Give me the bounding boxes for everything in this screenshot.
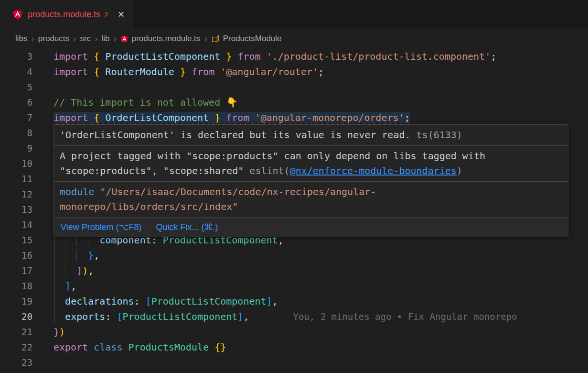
line-number: 13: [0, 204, 32, 215]
line-number: 5: [0, 82, 32, 92]
chevron-right-icon: ›: [113, 33, 116, 44]
eslint-source-open: eslint(: [249, 165, 289, 176]
module-keyword: module: [60, 186, 100, 197]
line-number: 22: [0, 342, 32, 352]
line-number: 23: [0, 357, 32, 368]
line-number: 10: [0, 158, 32, 169]
code-text: }): [53, 326, 65, 338]
code-line-16[interactable]: 16 },: [0, 248, 588, 263]
code-text: export class ProductsModule {}: [53, 341, 226, 353]
line-number: 12: [0, 189, 32, 199]
eslint-message-line2: "scope:products", "scope:shared": [60, 165, 249, 176]
class-symbol-icon: [211, 34, 220, 43]
code-text: },: [53, 250, 99, 261]
eslint-rule-link[interactable]: @nx/enforce-module-boundaries: [290, 165, 457, 176]
breadcrumb-symbol-label: ProductsModule: [223, 34, 282, 44]
code-line-5[interactable]: 5: [0, 79, 588, 95]
code-text: declarations: [ProductListComponent],: [53, 296, 278, 307]
code-line-20[interactable]: 20 exports: [ProductListComponent],You, …: [0, 309, 588, 324]
chevron-right-icon: ›: [204, 33, 207, 44]
line-number: 21: [0, 327, 32, 337]
hover-actions: View Problem (⌥F8) Quick Fix... (⌘.): [54, 218, 568, 237]
breadcrumb-item-symbol[interactable]: ProductsModule: [211, 34, 282, 44]
line-number: 3: [0, 51, 32, 62]
module-path-line2: monorepo/libs/orders/src/index": [60, 201, 238, 212]
tab-products-module-ts[interactable]: products.module.ts 2 ×: [0, 0, 133, 29]
line-number: 17: [0, 265, 32, 276]
line-number: 6: [0, 97, 32, 108]
line-number: 4: [0, 66, 32, 77]
eslint-source-close: ): [457, 165, 462, 176]
line-number: 11: [0, 174, 32, 184]
ts-diagnostic-message: 'OrderListComponent' is declared but its…: [60, 129, 411, 141]
line-number: 20: [0, 311, 32, 322]
tab-title: products.module.ts: [28, 10, 100, 20]
module-resolution: module "/Users/isaac/Documents/code/nx-r…: [54, 182, 568, 218]
code-line-17[interactable]: 17 ]),: [0, 263, 588, 278]
line-number: 8: [0, 128, 32, 138]
hover-popup: 'OrderListComponent' is declared but its…: [53, 124, 568, 237]
view-problem-link[interactable]: View Problem (⌥F8): [61, 221, 141, 233]
code-line-21[interactable]: 21}): [0, 324, 588, 340]
code-text: import { ProductListComponent } from './…: [53, 51, 496, 62]
ts-diagnostic: 'OrderListComponent' is declared but its…: [54, 125, 568, 146]
chevron-right-icon: ›: [95, 33, 97, 44]
angular-icon: [12, 9, 23, 20]
code-text: ]),: [53, 265, 94, 276]
line-number: 14: [0, 219, 32, 230]
breadcrumb-item-file[interactable]: products.module.ts: [120, 34, 201, 44]
code-text: import { RouterModule } from '@angular/r…: [53, 66, 324, 77]
tab-problems-badge: 2: [104, 11, 108, 19]
breadcrumb-item-lib[interactable]: lib: [101, 34, 109, 44]
code-text-error: import { OrderListComponent } from '@ang…: [53, 112, 410, 123]
eslint-message-line1: A project tagged with "scope:products" c…: [60, 150, 485, 162]
line-number: 9: [0, 143, 32, 154]
code-text: // This import is not allowed 👇: [53, 97, 238, 108]
code-editor[interactable]: 3import { ProductListComponent } from '.…: [0, 49, 588, 373]
angular-icon: [120, 35, 128, 43]
code-line-6[interactable]: 6// This import is not allowed 👇: [0, 95, 588, 110]
code-text: ],: [53, 280, 76, 292]
breadcrumb-item-libs[interactable]: libs: [15, 34, 28, 44]
breadcrumb-item-src[interactable]: src: [80, 34, 91, 44]
chevron-right-icon: ›: [32, 33, 34, 44]
close-icon[interactable]: ×: [118, 9, 124, 20]
git-blame-annotation: You, 2 minutes ago • Fix Angular monorep…: [293, 311, 517, 322]
code-line-22[interactable]: 22export class ProductsModule {}: [0, 340, 588, 355]
line-number: 19: [0, 296, 32, 307]
quick-fix-link[interactable]: Quick Fix... (⌘.): [156, 221, 218, 233]
breadcrumb-file-label: products.module.ts: [132, 34, 201, 44]
code-line-18[interactable]: 18 ],: [0, 278, 588, 294]
ts-diagnostic-code: ts(6133): [411, 129, 462, 141]
code-line-23[interactable]: 23: [0, 355, 588, 370]
tab-bar: products.module.ts 2 ×: [0, 0, 588, 29]
eslint-diagnostic: A project tagged with "scope:products" c…: [54, 146, 568, 182]
code-line-4[interactable]: 4import { RouterModule } from '@angular/…: [0, 64, 588, 79]
code-line-19[interactable]: 19 declarations: [ProductListComponent],: [0, 294, 588, 309]
line-number: 7: [0, 112, 32, 123]
bracket-pair-guide: [54, 237, 54, 324]
line-number: 16: [0, 250, 32, 261]
breadcrumb: libs › products › src › lib › products.m…: [0, 29, 588, 49]
module-path-line1: "/Users/isaac/Documents/code/nx-recipes/…: [100, 186, 376, 197]
line-number: 18: [0, 281, 32, 291]
code-line-3[interactable]: 3import { ProductListComponent } from '.…: [0, 49, 588, 64]
code-line-7[interactable]: 7import { OrderListComponent } from '@an…: [0, 110, 588, 125]
chevron-right-icon: ›: [73, 33, 76, 44]
code-text: exports: [ProductListComponent],: [53, 311, 249, 322]
breadcrumb-item-products[interactable]: products: [38, 34, 69, 44]
line-number: 15: [0, 235, 32, 245]
